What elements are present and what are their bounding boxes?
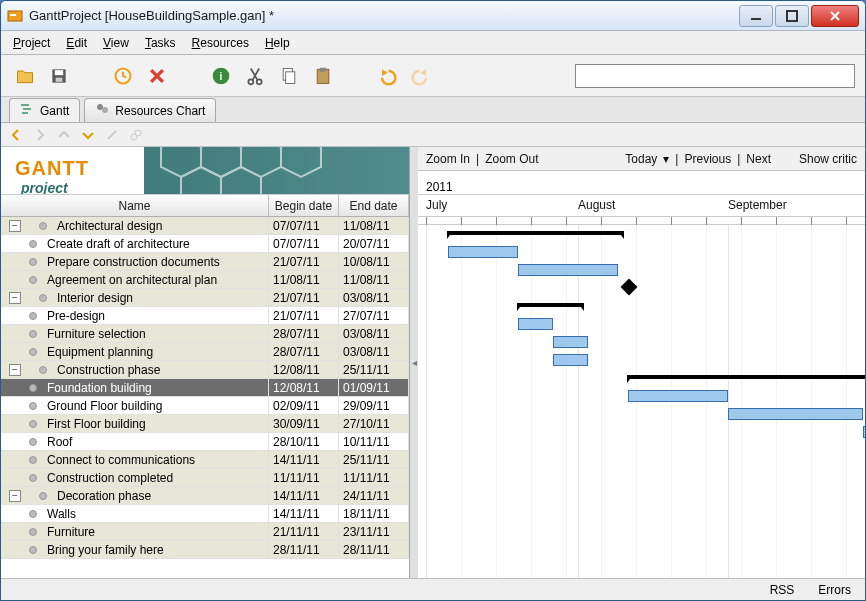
expander-icon[interactable]: − — [9, 220, 21, 232]
dropdown-icon[interactable]: ▾ — [663, 152, 669, 166]
table-row[interactable]: Equipment planning28/07/1103/08/11 — [1, 343, 409, 361]
clock-button[interactable] — [109, 62, 137, 90]
gantt-chart[interactable]: 2011 JulyAugustSeptember — [418, 171, 865, 578]
menu-project[interactable]: Project — [5, 33, 58, 53]
undo-button[interactable] — [373, 62, 401, 90]
table-row[interactable]: Furniture21/11/1123/11/11 — [1, 523, 409, 541]
summary-bar[interactable] — [628, 375, 865, 379]
table-row[interactable]: First Floor building30/09/1127/10/11 — [1, 415, 409, 433]
table-row[interactable]: Roof28/10/1110/11/11 — [1, 433, 409, 451]
task-table-body[interactable]: −Architectural design07/07/1111/08/11Cre… — [1, 217, 409, 578]
menu-resources[interactable]: Resources — [184, 33, 257, 53]
task-bar[interactable] — [628, 390, 728, 402]
errors-link[interactable]: Errors — [818, 583, 851, 597]
svg-rect-6 — [56, 77, 63, 81]
task-bullet-icon — [39, 366, 47, 374]
table-row[interactable]: Agreement on architectural plan11/08/111… — [1, 271, 409, 289]
rss-link[interactable]: RSS — [770, 583, 795, 597]
menu-view[interactable]: View — [95, 33, 137, 53]
unlink-icon[interactable] — [103, 126, 121, 144]
task-end: 27/07/11 — [339, 307, 409, 324]
copy-button[interactable] — [275, 62, 303, 90]
save-button[interactable] — [45, 62, 73, 90]
timeline-pane: Zoom In | Zoom Out Today ▾ | Previous | … — [418, 147, 865, 578]
maximize-button[interactable] — [775, 5, 809, 27]
task-name: Prepare construction documents — [47, 255, 220, 269]
expander-icon[interactable]: − — [9, 490, 21, 502]
nav-forward-icon[interactable] — [31, 126, 49, 144]
next-button[interactable]: Next — [746, 152, 771, 166]
delete-button[interactable] — [143, 62, 171, 90]
tab-resources[interactable]: Resources Chart — [84, 98, 216, 122]
nav-up-icon[interactable] — [55, 126, 73, 144]
table-row[interactable]: Foundation building12/08/1101/09/11 — [1, 379, 409, 397]
menu-tasks[interactable]: Tasks — [137, 33, 184, 53]
table-row[interactable]: −Interior design21/07/1103/08/11 — [1, 289, 409, 307]
open-button[interactable] — [11, 62, 39, 90]
minimize-button[interactable] — [739, 5, 773, 27]
tab-label: Resources Chart — [115, 104, 205, 118]
table-row[interactable]: −Construction phase12/08/1125/11/11 — [1, 361, 409, 379]
col-header-end[interactable]: End date — [339, 195, 409, 216]
previous-button[interactable]: Previous — [684, 152, 731, 166]
task-end: 10/08/11 — [339, 253, 409, 270]
paste-button[interactable] — [309, 62, 337, 90]
task-name: Roof — [47, 435, 72, 449]
table-row[interactable]: Ground Floor building02/09/1129/09/11 — [1, 397, 409, 415]
task-bar[interactable] — [518, 264, 618, 276]
svg-rect-17 — [23, 108, 31, 110]
task-bar[interactable] — [448, 246, 518, 258]
task-bar[interactable] — [553, 336, 588, 348]
table-row[interactable]: −Decoration phase14/11/1124/11/11 — [1, 487, 409, 505]
cut-button[interactable] — [241, 62, 269, 90]
task-table-pane: GANTT project Name Begin date End date −… — [1, 147, 410, 578]
task-begin: 14/11/11 — [269, 451, 339, 468]
task-bar[interactable] — [518, 318, 553, 330]
table-row[interactable]: Pre-design21/07/1127/07/11 — [1, 307, 409, 325]
info-button[interactable]: i — [207, 62, 235, 90]
splitter[interactable]: ◂ — [410, 147, 418, 578]
expander-icon[interactable]: − — [9, 364, 21, 376]
menu-help[interactable]: Help — [257, 33, 298, 53]
tab-gantt[interactable]: Gantt — [9, 98, 80, 122]
summary-bar[interactable] — [448, 231, 623, 235]
show-critical-button[interactable]: Show critic — [799, 152, 857, 166]
table-row[interactable]: Prepare construction documents21/07/1110… — [1, 253, 409, 271]
summary-bar[interactable] — [518, 303, 583, 307]
close-button[interactable] — [811, 5, 859, 27]
table-row[interactable]: Construction completed11/11/1111/11/11 — [1, 469, 409, 487]
menu-edit[interactable]: Edit — [58, 33, 95, 53]
table-row[interactable]: Create draft of architecture07/07/1120/0… — [1, 235, 409, 253]
today-button[interactable]: Today — [625, 152, 657, 166]
table-row[interactable]: Furniture selection28/07/1103/08/11 — [1, 325, 409, 343]
task-name: Walls — [47, 507, 76, 521]
task-bullet-icon — [29, 528, 37, 536]
table-row[interactable]: Walls14/11/1118/11/11 — [1, 505, 409, 523]
task-bar[interactable] — [553, 354, 588, 366]
expander-icon[interactable]: − — [9, 292, 21, 304]
zoom-in-button[interactable]: Zoom In — [426, 152, 470, 166]
table-row[interactable]: Connect to communications14/11/1125/11/1… — [1, 451, 409, 469]
nav-back-icon[interactable] — [7, 126, 25, 144]
redo-button[interactable] — [407, 62, 435, 90]
col-header-name[interactable]: Name — [1, 195, 269, 216]
gantt-row — [418, 333, 865, 351]
col-header-begin[interactable]: Begin date — [269, 195, 339, 216]
task-bullet-icon — [29, 510, 37, 518]
resources-tab-icon — [95, 102, 109, 119]
table-row[interactable]: Bring your family here28/11/1128/11/11 — [1, 541, 409, 559]
zoom-out-button[interactable]: Zoom Out — [485, 152, 538, 166]
link-icon[interactable] — [127, 126, 145, 144]
table-row[interactable]: −Architectural design07/07/1111/08/11 — [1, 217, 409, 235]
nav-down-icon[interactable] — [79, 126, 97, 144]
search-input[interactable] — [575, 64, 855, 88]
task-bar[interactable] — [728, 408, 863, 420]
gantt-row — [418, 495, 865, 513]
milestone-icon[interactable] — [621, 279, 638, 296]
task-bullet-icon — [39, 222, 47, 230]
task-name: Equipment planning — [47, 345, 153, 359]
task-begin: 28/07/11 — [269, 343, 339, 360]
task-bar[interactable] — [863, 426, 865, 438]
task-bullet-icon — [29, 456, 37, 464]
gantt-row — [418, 423, 865, 441]
